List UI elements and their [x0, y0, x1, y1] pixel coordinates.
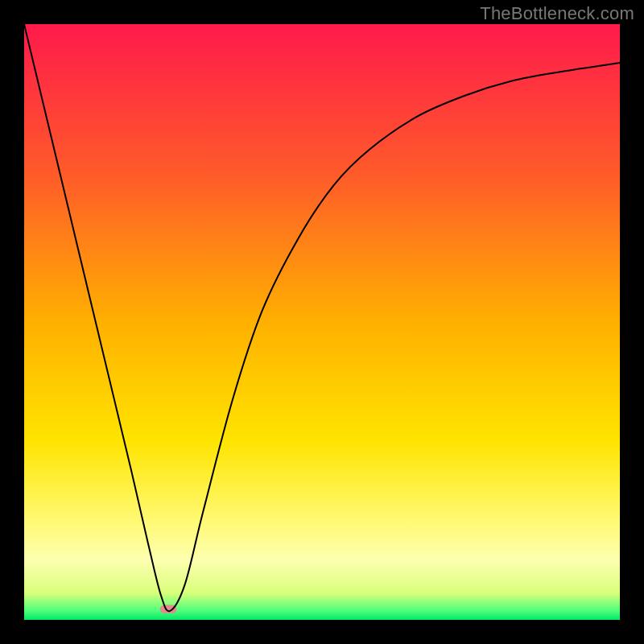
chart-plot [0, 0, 644, 644]
watermark-text: TheBottleneck.com [480, 3, 634, 24]
chart-frame: { "watermark": "TheBottleneck.com", "cha… [0, 0, 644, 644]
chart-background [24, 24, 620, 620]
